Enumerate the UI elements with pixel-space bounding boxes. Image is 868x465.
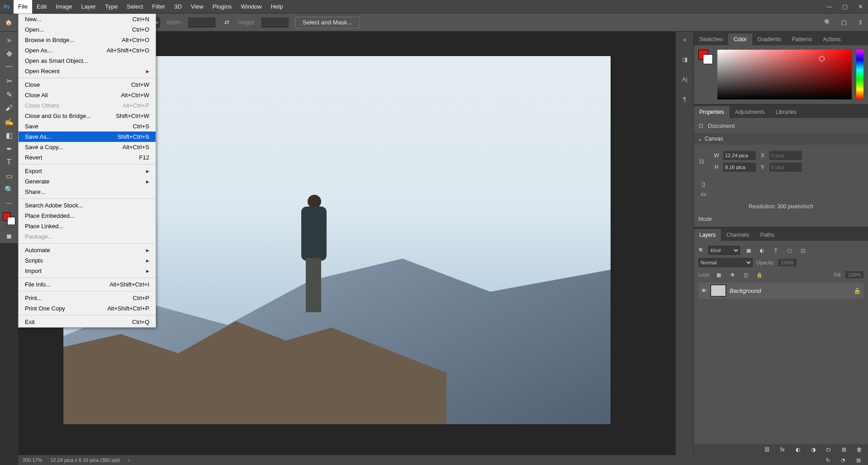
- menu-edit[interactable]: Edit: [32, 0, 51, 14]
- menu-plugins[interactable]: Plugins: [208, 0, 237, 14]
- tab-layers[interactable]: Layers: [694, 229, 721, 241]
- tab-adjustments[interactable]: Adjustments: [730, 106, 770, 118]
- lock-pixels-icon[interactable]: ▦: [714, 270, 724, 280]
- menu-type[interactable]: Type: [100, 0, 122, 14]
- tab-gradients[interactable]: Gradients: [752, 33, 787, 45]
- tab-patterns[interactable]: Patterns: [787, 33, 818, 45]
- gradient-tool[interactable]: ◧: [2, 129, 16, 141]
- color-swatches[interactable]: [3, 212, 15, 225]
- move-tool[interactable]: ✥: [2, 47, 16, 60]
- filter-type-icon[interactable]: T: [771, 245, 781, 255]
- menu-item-import[interactable]: Import: [19, 266, 156, 276]
- tab-color[interactable]: Color: [728, 33, 752, 45]
- menu-image[interactable]: Image: [51, 0, 76, 14]
- menu-item-share[interactable]: Share...: [19, 187, 156, 197]
- menu-select[interactable]: Select: [122, 0, 147, 14]
- link-icon[interactable]: ⛓: [698, 158, 704, 165]
- filter-smart-icon[interactable]: ◫: [798, 245, 808, 255]
- menu-item-place-embedded[interactable]: Place Embedded...: [19, 211, 156, 221]
- x-value[interactable]: 0 pica: [769, 151, 802, 160]
- adjustment-layer-icon[interactable]: ◑: [808, 445, 818, 455]
- blend-mode-select[interactable]: Normal: [698, 258, 753, 267]
- filter-adjust-icon[interactable]: ◐: [757, 245, 767, 255]
- color-picker-field[interactable]: [717, 50, 852, 99]
- delete-layer-icon[interactable]: 🗑: [854, 445, 864, 455]
- menu-item-generate[interactable]: Generate: [19, 176, 156, 187]
- tab-actions[interactable]: Actions: [817, 33, 846, 45]
- menu-item-file-info[interactable]: File Info...Alt+Shift+Ctrl+I: [19, 279, 156, 290]
- fx-icon[interactable]: fx: [778, 445, 787, 455]
- brush-tool[interactable]: 🖌: [2, 102, 16, 114]
- menu-filter[interactable]: Filter: [147, 0, 170, 14]
- type-tool[interactable]: T: [2, 156, 16, 169]
- lock-all-icon[interactable]: 🔒: [754, 270, 764, 280]
- menu-item-close[interactable]: CloseCtrl+W: [19, 80, 156, 90]
- menu-item-open-recent[interactable]: Open Recent: [19, 66, 156, 76]
- menu-item-close-all[interactable]: Close AllAlt+Ctrl+W: [19, 90, 156, 100]
- y-value[interactable]: 0 pica: [769, 163, 802, 172]
- crop-tool[interactable]: ✂: [2, 75, 16, 87]
- menu-help[interactable]: Help: [266, 0, 288, 14]
- mask-icon[interactable]: ◐: [793, 445, 803, 455]
- pen-tool[interactable]: ✒: [2, 142, 16, 155]
- menu-item-automate[interactable]: Automate: [19, 245, 156, 255]
- menu-item-open-as-smart-object[interactable]: Open as Smart Object...: [19, 56, 156, 66]
- chevron-down-icon[interactable]: ⌄: [697, 136, 702, 142]
- menu-item-close-and-go-to-bridge[interactable]: Close and Go to Bridge...Shift+Ctrl+W: [19, 111, 156, 121]
- width-value[interactable]: 12.24 pica: [723, 151, 756, 160]
- lasso-tool[interactable]: 〰: [2, 61, 16, 74]
- zoom-level[interactable]: 200.17%: [23, 457, 42, 463]
- tab-paths[interactable]: Paths: [755, 229, 780, 241]
- close-button[interactable]: ✕: [853, 0, 868, 14]
- zoom-tool[interactable]: 🔍: [2, 183, 16, 196]
- fill-value[interactable]: 100%: [845, 271, 863, 278]
- menu-item-browse-in-bridge[interactable]: Browse in Bridge...Alt+Ctrl+O: [19, 35, 156, 45]
- filter-shape-icon[interactable]: ▢: [784, 245, 794, 255]
- maximize-button[interactable]: ▢: [837, 0, 853, 14]
- menu-item-print-one-copy[interactable]: Print One CopyAlt+Shift+Ctrl+P: [19, 303, 156, 314]
- menu-window[interactable]: Window: [236, 0, 266, 14]
- minimize-button[interactable]: —: [822, 0, 837, 14]
- quick-mask-tool[interactable]: ◙: [2, 230, 16, 243]
- share-icon[interactable]: ⇪: [855, 18, 865, 28]
- height-field[interactable]: [261, 18, 289, 28]
- rectangle-tool[interactable]: ▭: [2, 169, 16, 182]
- history-icon[interactable]: ◨: [679, 53, 691, 65]
- lock-artboard-icon[interactable]: ◫: [741, 270, 751, 280]
- tab-properties[interactable]: Properties: [694, 106, 730, 118]
- home-icon[interactable]: 🏠: [3, 17, 14, 28]
- clone-tool[interactable]: ✍: [2, 115, 16, 128]
- settings-icon[interactable]: ▥: [854, 455, 863, 465]
- menu-item-scripts[interactable]: Scripts: [19, 255, 156, 266]
- menu-item-exit[interactable]: ExitCtrl+Q: [19, 317, 156, 327]
- new-layer-icon[interactable]: ⊞: [839, 445, 849, 455]
- chevron-right-icon[interactable]: ›: [128, 457, 130, 463]
- menu-3d[interactable]: 3D: [170, 0, 186, 14]
- search-icon[interactable]: 🔍: [823, 18, 833, 28]
- tab-channels[interactable]: Channels: [721, 229, 755, 241]
- more-tools[interactable]: ⋯: [2, 197, 16, 209]
- layer-kind-filter[interactable]: Kind: [708, 246, 740, 255]
- paragraph-icon[interactable]: ¶: [679, 93, 691, 105]
- landscape-orient-icon[interactable]: ▭: [698, 189, 708, 199]
- tab-swatches[interactable]: Swatches: [694, 33, 728, 45]
- menu-item-save-as[interactable]: Save As...Shift+Ctrl+S: [19, 132, 156, 142]
- link-layers-icon[interactable]: ⛓: [762, 445, 772, 455]
- menu-item-open[interactable]: Open...Ctrl+O: [19, 24, 156, 35]
- group-icon[interactable]: 🗀: [824, 445, 834, 455]
- height-value[interactable]: 8.16 pica: [723, 163, 756, 172]
- select-and-mask-button[interactable]: Select and Mask...: [295, 17, 360, 28]
- filter-pixel-icon[interactable]: ▦: [744, 245, 754, 255]
- lock-position-icon[interactable]: ✜: [727, 270, 737, 280]
- menu-item-new[interactable]: New...Ctrl+N: [19, 14, 156, 24]
- menu-item-save[interactable]: SaveCtrl+S: [19, 121, 156, 132]
- portrait-orient-icon[interactable]: ▯: [698, 179, 708, 189]
- hue-slider[interactable]: [856, 50, 863, 99]
- menu-item-revert[interactable]: RevertF12: [19, 152, 156, 163]
- menu-view[interactable]: View: [186, 0, 208, 14]
- sync-icon[interactable]: ↻: [823, 455, 833, 465]
- color-fgbg-swatches[interactable]: [698, 50, 713, 64]
- opacity-value[interactable]: 100%: [778, 259, 796, 266]
- notifications-icon[interactable]: ◔: [838, 455, 848, 465]
- layer-row[interactable]: 👁 Background 🔒: [698, 282, 863, 299]
